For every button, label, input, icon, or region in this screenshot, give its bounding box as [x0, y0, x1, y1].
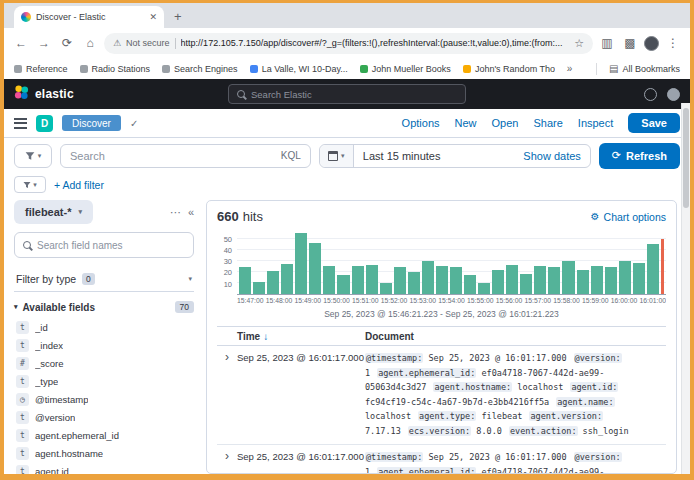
field-item-@version[interactable]: t@version [14, 408, 194, 426]
histogram-bar[interactable] [605, 267, 617, 294]
histogram-bar[interactable] [394, 267, 406, 294]
field-item-_type[interactable]: t_type [14, 372, 194, 390]
bookmark-item[interactable]: Radio Stations [80, 64, 151, 74]
nav-link-options[interactable]: Options [402, 117, 440, 129]
field-item-_index[interactable]: t_index [14, 336, 194, 354]
bookmark-item[interactable]: Reference [14, 64, 68, 74]
time-column-header[interactable]: Time ↓ [237, 331, 365, 342]
histogram-bar[interactable] [408, 272, 420, 294]
field-item-_score[interactable]: #_score [14, 354, 194, 372]
histogram-bar[interactable] [647, 244, 659, 294]
histogram-bar[interactable] [506, 265, 518, 294]
histogram-bar[interactable] [562, 261, 574, 294]
bookmark-star-icon[interactable]: ☆ [574, 37, 584, 50]
browser-tab[interactable]: Discover - Elastic ✕ [14, 6, 164, 28]
back-icon[interactable]: ← [12, 36, 30, 50]
address-bar[interactable]: ⚠ Not secure http://172.105.7.150/app/di… [104, 33, 593, 54]
bookmark-item[interactable]: La Valle, WI 10-Day... [250, 64, 348, 74]
collapse-sidebar-icon[interactable]: « [188, 206, 194, 218]
field-item-@timestamp[interactable]: ◷@timestamp [14, 390, 194, 408]
main-menu-icon[interactable] [14, 118, 27, 129]
time-range-label[interactable]: Last 15 minutes [363, 150, 441, 162]
histogram-bar[interactable] [380, 283, 392, 294]
forward-icon[interactable]: → [35, 36, 53, 50]
bookmarks-overflow-icon[interactable]: » [567, 63, 573, 74]
tab-close-icon[interactable]: ✕ [149, 12, 157, 22]
bookmark-item[interactable]: John's Random Tho... [463, 64, 555, 74]
histogram-bar[interactable] [534, 266, 546, 294]
expand-row-icon[interactable]: › [217, 351, 237, 438]
kql-language-button[interactable]: KQL [281, 150, 301, 161]
home-icon[interactable]: ⌂ [81, 36, 99, 50]
new-tab-button[interactable]: + [174, 9, 182, 24]
histogram-bar[interactable] [352, 266, 364, 294]
sort-descending-icon[interactable]: ↓ [263, 331, 268, 342]
refresh-button[interactable]: ⟳ Refresh [599, 143, 680, 169]
histogram-bar[interactable] [464, 275, 476, 294]
newsfeed-icon[interactable] [644, 88, 657, 101]
histogram-bar[interactable] [548, 267, 560, 294]
histogram-bar[interactable] [295, 233, 307, 294]
date-picker-menu-button[interactable]: ▾ [320, 145, 354, 167]
expand-row-icon[interactable]: › [217, 450, 237, 473]
histogram-bar[interactable] [591, 266, 603, 294]
save-button[interactable]: Save [628, 113, 680, 133]
histogram-bar[interactable] [366, 265, 378, 294]
page-scrollbar[interactable] [681, 103, 690, 474]
histogram-bar[interactable] [267, 271, 279, 294]
available-fields-header[interactable]: ▾ Available fields 70 [14, 301, 194, 313]
scrollbar-thumb[interactable] [683, 108, 689, 208]
histogram-bar[interactable] [309, 243, 321, 294]
profile-avatar[interactable] [644, 36, 659, 51]
side-panel-icon[interactable]: ▥ [598, 36, 616, 50]
field-item-agent.ephemeral_id[interactable]: tagent.ephemeral_id [14, 426, 194, 444]
filter-by-type-toggle[interactable]: Filter by type 0 ▾ [14, 266, 194, 292]
field-item-agent.hostname[interactable]: tagent.hostname [14, 444, 194, 462]
show-dates-button[interactable]: Show dates [523, 150, 580, 162]
field-search-input[interactable] [37, 240, 185, 251]
histogram-bar[interactable] [619, 261, 631, 294]
histogram-bar[interactable] [422, 261, 434, 294]
histogram-bar[interactable] [281, 264, 293, 294]
query-input-wrap[interactable]: KQL [60, 144, 311, 168]
nav-link-new[interactable]: New [455, 117, 477, 129]
user-menu-icon[interactable] [667, 88, 680, 101]
histogram-bar[interactable] [239, 267, 251, 294]
bookmark-item[interactable]: John Mueller Books [360, 64, 451, 74]
histogram-bar[interactable] [436, 266, 448, 294]
nav-link-share[interactable]: Share [533, 117, 562, 129]
space-badge[interactable]: D [36, 115, 53, 132]
histogram-bar[interactable] [520, 274, 532, 294]
extensions-puzzle-icon[interactable]: ▩ [621, 36, 639, 50]
all-bookmarks-button[interactable]: ▤ All Bookmarks [609, 63, 680, 74]
index-options-icon[interactable]: ⋯ [170, 206, 181, 219]
nav-link-inspect[interactable]: Inspect [578, 117, 613, 129]
field-item-_id[interactable]: t_id [14, 318, 194, 336]
filter-set-menu-button[interactable]: ▾ [14, 176, 46, 193]
chart-options-button[interactable]: ⚙ Chart options [591, 211, 666, 223]
saved-query-menu-button[interactable]: ▾ [14, 144, 52, 168]
field-item-agent.id[interactable]: tagent.id [14, 462, 194, 474]
index-pattern-switcher[interactable]: filebeat-* ▾ [14, 200, 93, 224]
elastic-logo[interactable] [14, 85, 29, 104]
field-search-wrap[interactable] [14, 232, 194, 258]
breadcrumb-discover[interactable]: Discover [62, 115, 121, 131]
histogram-bar[interactable] [577, 270, 589, 294]
histogram-bar[interactable] [478, 283, 490, 294]
global-search-input[interactable] [251, 89, 457, 100]
histogram-bar[interactable] [633, 263, 645, 294]
nav-link-open[interactable]: Open [492, 117, 519, 129]
query-search-input[interactable] [70, 150, 275, 162]
reload-icon[interactable]: ⟳ [58, 36, 76, 50]
add-filter-button[interactable]: + Add filter [54, 179, 104, 191]
kebab-menu-icon[interactable]: ⋮ [664, 36, 682, 50]
histogram-bar[interactable] [323, 266, 335, 294]
bookmark-item[interactable]: Search Engines [162, 64, 238, 74]
histogram-bar[interactable] [492, 270, 504, 294]
histogram-current-bucket-bar[interactable] [661, 239, 664, 294]
global-search[interactable] [228, 84, 466, 104]
histogram-bar[interactable] [450, 267, 462, 294]
not-secure-warning-icon[interactable]: ⚠ [113, 38, 121, 48]
histogram-bar[interactable] [337, 275, 349, 294]
histogram-bar[interactable] [253, 282, 265, 294]
